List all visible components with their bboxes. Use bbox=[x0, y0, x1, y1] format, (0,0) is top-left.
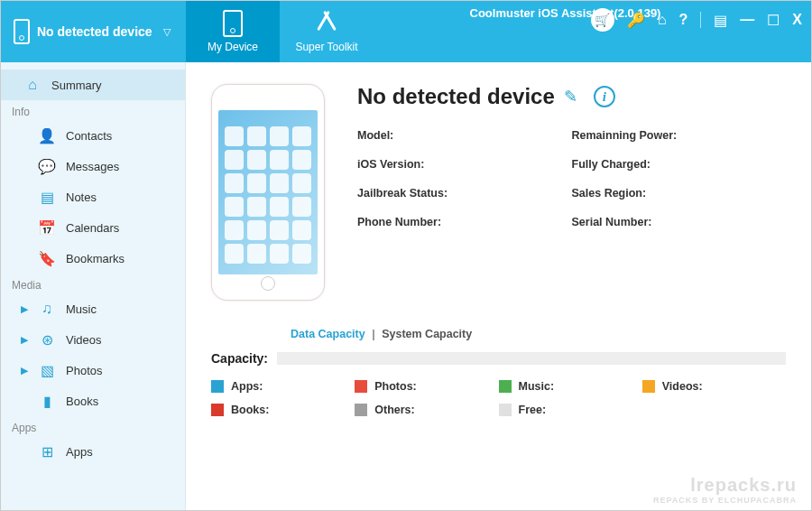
legend-apps: Apps: bbox=[211, 380, 355, 393]
legend-books: Books: bbox=[211, 404, 355, 416]
video-icon: ⊛ bbox=[39, 331, 55, 348]
phone-icon bbox=[223, 10, 243, 37]
spec-remaining-power: Remainning Power: bbox=[572, 129, 787, 142]
home-icon[interactable]: ⌂ bbox=[658, 12, 667, 28]
spec-sales-region: Sales Region: bbox=[572, 187, 787, 200]
tab-data-capacity[interactable]: Data Capacity bbox=[291, 328, 365, 340]
sidebar-group-apps: Apps bbox=[1, 416, 185, 436]
sidebar-item-label: Summary bbox=[51, 79, 102, 92]
sidebar-item-label: Notes bbox=[66, 190, 97, 204]
sidebar-item-bookmarks[interactable]: 🔖 Bookmarks bbox=[1, 243, 185, 274]
device-selector[interactable]: No detected device ▽ bbox=[1, 1, 186, 62]
calendar-icon: 📅 bbox=[39, 219, 55, 236]
close-button[interactable]: X bbox=[792, 12, 802, 28]
sidebar-item-label: Books bbox=[66, 395, 98, 408]
capacity-legend: Apps: Photos: Music: Videos: Books: Othe… bbox=[211, 380, 786, 416]
sidebar-item-messages[interactable]: 💬 Messages bbox=[1, 151, 185, 181]
home-icon: ⌂ bbox=[24, 77, 41, 93]
tab-label: My Device bbox=[208, 41, 258, 53]
legend-music: Music: bbox=[499, 380, 642, 393]
tools-icon bbox=[317, 10, 337, 37]
device-title-row: No detected device ✎ i bbox=[357, 84, 786, 109]
capacity-bar bbox=[277, 352, 786, 365]
sidebar-item-contacts[interactable]: 👤 Contacts bbox=[1, 120, 185, 151]
spec-fully-charged: Fully Charged: bbox=[572, 158, 787, 171]
swatch bbox=[211, 404, 224, 416]
sidebar: ⌂ Summary Info 👤 Contacts 💬 Messages ▤ N… bbox=[1, 62, 186, 511]
spec-ios-version: iOS Version: bbox=[357, 158, 572, 171]
sidebar-item-photos[interactable]: ▶ ▧ Photos bbox=[1, 355, 185, 386]
legend-others: Others: bbox=[355, 404, 498, 416]
chevron-down-icon: ▽ bbox=[163, 26, 171, 38]
legend-videos: Videos: bbox=[642, 380, 786, 393]
edit-icon[interactable]: ✎ bbox=[564, 87, 577, 107]
separator bbox=[700, 12, 701, 28]
notes-icon: ▤ bbox=[39, 189, 55, 205]
device-selector-label: No detected device bbox=[37, 24, 152, 39]
main-panel: No detected device ✎ i Model: Remainning… bbox=[186, 62, 811, 511]
bookmark-icon: 🔖 bbox=[39, 250, 55, 266]
spec-phone-number: Phone Number: bbox=[357, 216, 572, 228]
tab-label: Super Toolkit bbox=[295, 41, 357, 53]
sidebar-item-label: Apps bbox=[66, 445, 93, 459]
sidebar-item-label: Bookmarks bbox=[66, 252, 125, 265]
top-tabs: My Device Super Toolkit bbox=[186, 1, 374, 62]
capacity-label: Capacity: bbox=[211, 351, 268, 366]
device-name: No detected device bbox=[357, 84, 555, 109]
legend-free: Free: bbox=[499, 404, 642, 416]
legend-photos: Photos: bbox=[355, 380, 498, 393]
spec-serial-number: Serial Number: bbox=[572, 216, 787, 228]
sidebar-item-calendars[interactable]: 📅 Calendars bbox=[1, 212, 185, 243]
capacity-tabs: Data Capacity | System Capacity bbox=[211, 328, 786, 340]
sidebar-item-music[interactable]: ▶ ♫ Music bbox=[1, 293, 185, 324]
swatch bbox=[355, 404, 367, 416]
expand-icon[interactable]: ▶ bbox=[21, 334, 28, 346]
feedback-icon[interactable]: ▤ bbox=[714, 12, 727, 29]
spec-grid: Model: Remainning Power: iOS Version: Fu… bbox=[357, 129, 786, 228]
cart-icon[interactable]: 🛒 bbox=[591, 8, 614, 32]
sidebar-item-notes[interactable]: ▤ Notes bbox=[1, 181, 185, 212]
help-icon[interactable]: ? bbox=[679, 12, 688, 28]
tab-system-capacity[interactable]: System Capacity bbox=[382, 328, 472, 340]
spec-jailbreak: Jailbreak Status: bbox=[357, 187, 572, 200]
sidebar-item-summary[interactable]: ⌂ Summary bbox=[1, 70, 185, 100]
sidebar-item-books[interactable]: ▮ Books bbox=[1, 386, 185, 416]
header: No detected device ▽ My Device Super Too… bbox=[1, 1, 811, 62]
tab-super-toolkit[interactable]: Super Toolkit bbox=[280, 1, 374, 62]
device-image bbox=[211, 84, 325, 301]
sidebar-item-apps[interactable]: ⊞ Apps bbox=[1, 436, 185, 467]
maximize-button[interactable]: ☐ bbox=[767, 12, 780, 29]
minimize-button[interactable]: — bbox=[740, 12, 754, 28]
sidebar-item-label: Messages bbox=[66, 160, 119, 173]
sidebar-item-label: Photos bbox=[66, 364, 102, 377]
device-info: No detected device ✎ i Model: Remainning… bbox=[357, 84, 786, 301]
sidebar-item-label: Music bbox=[66, 302, 97, 316]
tab-my-device[interactable]: My Device bbox=[186, 1, 280, 62]
spec-model: Model: bbox=[357, 129, 572, 142]
sidebar-group-media: Media bbox=[1, 274, 185, 293]
window-controls: 🛒 🔑 ⌂ ? ▤ — ☐ X bbox=[591, 8, 802, 32]
swatch bbox=[499, 404, 512, 416]
app-grid bbox=[225, 126, 311, 260]
capacity-bar-row: Capacity: bbox=[211, 351, 786, 366]
swatch bbox=[642, 380, 655, 393]
expand-icon[interactable]: ▶ bbox=[21, 365, 28, 376]
music-icon: ♫ bbox=[39, 301, 55, 317]
sidebar-item-label: Contacts bbox=[66, 129, 112, 143]
book-icon: ▮ bbox=[39, 393, 55, 409]
apps-icon: ⊞ bbox=[39, 443, 55, 460]
sidebar-item-label: Videos bbox=[66, 333, 102, 347]
sidebar-item-label: Calendars bbox=[66, 221, 119, 235]
swatch bbox=[211, 380, 224, 393]
device-row: No detected device ✎ i Model: Remainning… bbox=[211, 84, 786, 301]
swatch bbox=[355, 380, 367, 393]
key-icon[interactable]: 🔑 bbox=[627, 12, 645, 29]
separator: | bbox=[372, 328, 375, 340]
body: ⌂ Summary Info 👤 Contacts 💬 Messages ▤ N… bbox=[1, 62, 811, 511]
sidebar-group-info: Info bbox=[1, 100, 185, 120]
phone-icon bbox=[14, 19, 30, 44]
watermark: lrepacks.ru REPACKS BY ELCHUPACABRA bbox=[653, 475, 797, 505]
expand-icon[interactable]: ▶ bbox=[21, 303, 28, 315]
sidebar-item-videos[interactable]: ▶ ⊛ Videos bbox=[1, 324, 185, 355]
info-icon[interactable]: i bbox=[594, 86, 615, 107]
